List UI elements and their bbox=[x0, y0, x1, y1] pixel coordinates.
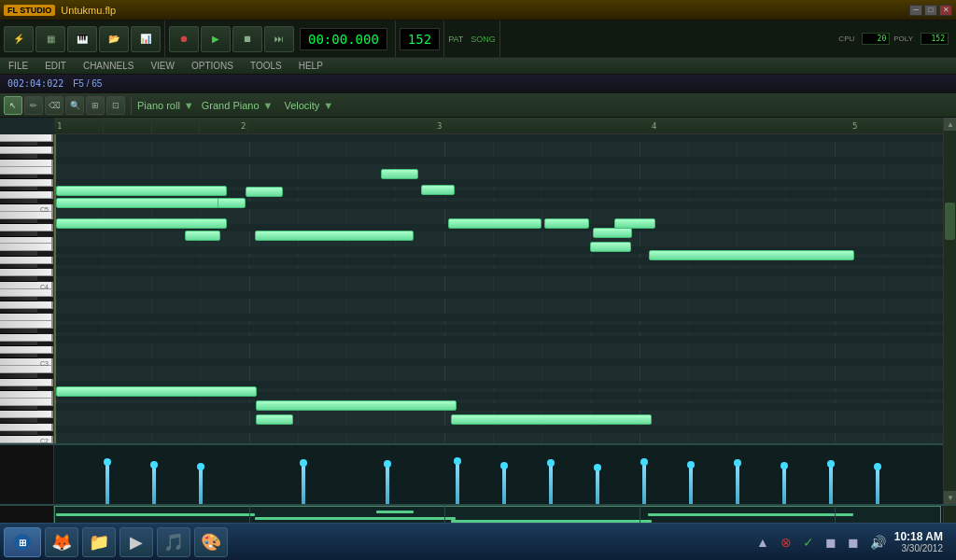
instrument-name[interactable]: Grand Piano bbox=[202, 100, 260, 111]
stop-btn[interactable]: ⏹ bbox=[232, 26, 262, 52]
key-black-Bb5[interactable] bbox=[0, 142, 37, 147]
close-button[interactable]: ✕ bbox=[939, 5, 952, 16]
scroll-track[interactable] bbox=[944, 131, 956, 491]
key-black-Db2[interactable] bbox=[0, 431, 37, 436]
note-3[interactable] bbox=[246, 187, 283, 197]
key-black-Eb3[interactable] bbox=[0, 342, 37, 346]
song-label[interactable]: SONG bbox=[471, 35, 496, 44]
key-white-Gb2[interactable] bbox=[0, 399, 53, 406]
key-white-Gb4[interactable] bbox=[0, 244, 53, 251]
key-black-Eb5[interactable] bbox=[0, 187, 37, 191]
key-white-D5[interactable] bbox=[0, 191, 53, 199]
fl-studio-taskbar-btn[interactable]: 🎵 bbox=[157, 527, 190, 557]
note-a8[interactable] bbox=[593, 228, 632, 238]
key-black-Ab2[interactable] bbox=[0, 386, 37, 391]
magnet-btn[interactable]: ⊡ bbox=[106, 96, 125, 115]
key-white-D3[interactable] bbox=[0, 346, 53, 354]
firefox-btn[interactable]: 🦊 bbox=[45, 527, 78, 557]
ff-btn[interactable]: ⏭ bbox=[264, 26, 294, 52]
pat-label[interactable]: PAT bbox=[448, 35, 463, 44]
key-black-Ab5[interactable] bbox=[0, 154, 37, 159]
key-white-A2[interactable] bbox=[0, 379, 53, 386]
note-4[interactable] bbox=[56, 186, 227, 196]
browser-btn[interactable]: 📂 bbox=[99, 26, 129, 52]
start-button[interactable]: ⊞ bbox=[4, 527, 41, 557]
velocity-arrow[interactable]: ▼ bbox=[323, 100, 333, 111]
note-a2[interactable] bbox=[185, 231, 220, 241]
key-white-C3[interactable]: C3 bbox=[0, 358, 53, 366]
key-black-F3[interactable] bbox=[0, 329, 37, 333]
scroll-up-button[interactable]: ▲ bbox=[944, 118, 956, 131]
select-tool[interactable]: ↖ bbox=[4, 96, 22, 115]
volume-icon[interactable]: 🔊 bbox=[867, 535, 889, 550]
instrument-arrow[interactable]: ▼ bbox=[184, 100, 194, 111]
note-a10[interactable] bbox=[614, 218, 655, 229]
maximize-button[interactable]: □ bbox=[924, 5, 937, 16]
key-black-Ab3[interactable] bbox=[0, 309, 37, 314]
key-white-G5[interactable] bbox=[0, 160, 53, 167]
plugin-btn[interactable]: 📊 bbox=[131, 26, 161, 52]
zoom-tool[interactable]: 🔍 bbox=[65, 96, 84, 115]
snap-btn[interactable]: ⊞ bbox=[86, 96, 105, 115]
v-scrollbar[interactable]: ▲ ▼ bbox=[943, 118, 956, 504]
note-2[interactable] bbox=[218, 198, 246, 208]
note-b1[interactable] bbox=[56, 386, 257, 397]
note-b4[interactable] bbox=[451, 414, 652, 425]
note-1[interactable] bbox=[56, 198, 227, 208]
key-white-E3[interactable] bbox=[0, 334, 53, 342]
key-black-Db4[interactable] bbox=[0, 276, 37, 281]
menu-edit[interactable]: EDIT bbox=[42, 60, 69, 72]
menu-help[interactable]: HELP bbox=[296, 60, 326, 72]
key-black-Bb2[interactable] bbox=[0, 373, 37, 378]
key-white-A3[interactable] bbox=[0, 301, 53, 309]
velocity-label[interactable]: Velocity bbox=[284, 100, 319, 111]
note-a3[interactable] bbox=[255, 231, 414, 241]
pencil-tool[interactable]: ✏ bbox=[24, 96, 43, 115]
key-black-F2[interactable] bbox=[0, 406, 37, 411]
note-a7[interactable] bbox=[544, 218, 589, 229]
key-white-C2[interactable]: C2 bbox=[0, 436, 53, 443]
key-white-C5[interactable]: C5 bbox=[0, 204, 53, 212]
menu-tools[interactable]: TOOLS bbox=[247, 60, 285, 72]
scroll-thumb[interactable] bbox=[945, 203, 955, 240]
minimize-button[interactable]: ─ bbox=[909, 5, 922, 16]
key-white-G2[interactable] bbox=[0, 391, 53, 399]
explorer-btn[interactable]: 📁 bbox=[82, 527, 116, 557]
menu-view[interactable]: VIEW bbox=[148, 60, 177, 72]
mixer-btn[interactable]: ⚡ bbox=[4, 26, 34, 52]
key-black-Db5[interactable] bbox=[0, 199, 37, 203]
note-b2[interactable] bbox=[256, 400, 457, 411]
note-a1[interactable] bbox=[56, 218, 227, 229]
key-white-E2[interactable] bbox=[0, 411, 53, 418]
note-a4[interactable] bbox=[381, 169, 418, 179]
key-white-A5[interactable] bbox=[0, 147, 53, 154]
note-a5[interactable] bbox=[421, 185, 455, 195]
key-white-B5[interactable] bbox=[0, 134, 53, 142]
key-white-G3[interactable] bbox=[0, 314, 53, 321]
note-a6[interactable] bbox=[448, 218, 541, 229]
instrument-name-arrow[interactable]: ▼ bbox=[263, 100, 274, 111]
key-white-B3[interactable] bbox=[0, 289, 53, 297]
key-black-Eb4[interactable] bbox=[0, 264, 37, 269]
piano-roll-btn[interactable]: 🎹 bbox=[67, 26, 97, 52]
key-black-Ab4[interactable] bbox=[0, 231, 37, 236]
record-btn[interactable]: ⏺ bbox=[169, 26, 199, 52]
eraser-tool[interactable]: ⌫ bbox=[45, 96, 63, 115]
menu-file[interactable]: FILE bbox=[6, 60, 31, 72]
key-black-F4[interactable] bbox=[0, 251, 37, 256]
key-white-Gb5[interactable] bbox=[0, 167, 53, 175]
key-black-Bb3[interactable] bbox=[0, 297, 37, 301]
key-black-Bb4[interactable] bbox=[0, 219, 37, 224]
key-white-E4[interactable] bbox=[0, 257, 53, 264]
key-white-C4[interactable]: C4 bbox=[0, 282, 53, 289]
key-white-A4[interactable] bbox=[0, 224, 53, 231]
key-white-B2[interactable] bbox=[0, 366, 53, 373]
key-white-D4[interactable] bbox=[0, 269, 53, 276]
key-white-E5[interactable] bbox=[0, 179, 53, 187]
note-a11[interactable] bbox=[649, 250, 854, 260]
menu-channels[interactable]: CHANNELS bbox=[80, 60, 136, 72]
note-b3[interactable] bbox=[256, 414, 293, 425]
note-grid[interactable] bbox=[54, 134, 943, 443]
paint-btn[interactable]: 🎨 bbox=[194, 527, 228, 557]
key-black-Db3[interactable] bbox=[0, 354, 37, 358]
